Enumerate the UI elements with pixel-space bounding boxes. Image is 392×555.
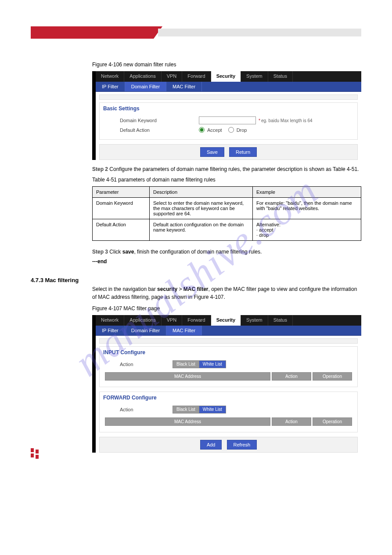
subtab-mac-filter[interactable]: MAC Filter bbox=[166, 82, 202, 91]
tab-forward-2[interactable]: Forward bbox=[182, 315, 211, 326]
tab-status-2[interactable]: Status bbox=[268, 315, 293, 326]
tab-security-2[interactable]: Security bbox=[211, 315, 241, 326]
router-ui-domain-filter: Network Applications VPN Forward Securit… bbox=[92, 71, 361, 160]
sub-tabs: IP Filter Domain Filter MAC Filter bbox=[96, 82, 361, 92]
forward-configure-title: FORWARD Configure bbox=[103, 395, 353, 401]
button-row-2: Add Refresh bbox=[99, 437, 358, 453]
tab-applications-2[interactable]: Applications bbox=[124, 315, 161, 326]
figure-107-caption: Figure 4-107 MAC filter page bbox=[92, 305, 361, 312]
main-tabs-2: Network Applications VPN Forward Securit… bbox=[96, 315, 361, 326]
forward-action-toggle: Black List White List bbox=[173, 406, 226, 414]
cell-param-1: Domain Keyword bbox=[93, 198, 150, 219]
input-configure-title: INPUT Configure bbox=[103, 349, 353, 355]
forward-action-label: Action bbox=[120, 407, 173, 412]
table-row: Domain Keyword Select to enter the domai… bbox=[93, 198, 361, 219]
subtab-ip-filter-2[interactable]: IP Filter bbox=[96, 326, 125, 335]
spacer-bar bbox=[99, 94, 358, 100]
router-ui-mac-filter: Network Applications VPN Forward Securit… bbox=[92, 315, 361, 453]
main-tabs: Network Applications VPN Forward Securit… bbox=[96, 71, 361, 82]
forward-configure-panel: FORWARD Configure Action Black List Whit… bbox=[99, 392, 358, 432]
forward-table-header: MAC Address Action Operation bbox=[105, 417, 352, 426]
cell-param-2: Default Action bbox=[93, 219, 150, 241]
th-description: Description bbox=[150, 187, 253, 198]
domain-keyword-label: Domain Keyword bbox=[120, 118, 199, 123]
th-example: Example bbox=[253, 187, 361, 198]
step3-text-c: , finish the configuration of domain nam… bbox=[134, 249, 262, 255]
basic-settings-title: Basic Settings bbox=[103, 105, 353, 112]
subtab-domain-filter-2[interactable]: Domain Filter bbox=[125, 326, 166, 335]
col-operation-2: Operation bbox=[313, 417, 352, 426]
step3-label: Step 3 bbox=[92, 249, 108, 255]
tab-status[interactable]: Status bbox=[268, 71, 293, 82]
default-action-label: Default Action bbox=[120, 127, 199, 133]
step3-text-a: Click bbox=[109, 249, 122, 255]
step3-save-bold: save bbox=[122, 249, 134, 255]
tab-forward[interactable]: Forward bbox=[182, 71, 211, 82]
col-operation: Operation bbox=[313, 372, 352, 381]
input-white-list-button[interactable]: White List bbox=[199, 361, 226, 368]
sec-mid: > bbox=[177, 286, 183, 292]
tab-network-2[interactable]: Network bbox=[96, 315, 124, 326]
step3: Step 3 Click save, finish the configurat… bbox=[92, 249, 361, 255]
col-mac-address: MAC Address bbox=[105, 372, 270, 381]
tab-system-2[interactable]: System bbox=[241, 315, 268, 326]
sec-bold-macfilter: MAC filter bbox=[183, 286, 209, 292]
step2-label: Step 2 bbox=[92, 166, 108, 172]
subtab-mac-filter-2[interactable]: MAC Filter bbox=[166, 326, 202, 335]
banner-red bbox=[31, 26, 154, 39]
required-star: * bbox=[259, 118, 260, 123]
figure-106-caption: Figure 4-106 new domain filter rules bbox=[92, 62, 361, 68]
radio-accept[interactable] bbox=[199, 127, 205, 133]
basic-settings-panel: Basic Settings Domain Keyword * eg. baid… bbox=[99, 102, 358, 140]
section-473-heading: 4.7.3 Mac filtering bbox=[31, 277, 361, 283]
vendor-logo-icon bbox=[31, 448, 39, 459]
col-mac-address-2: MAC Address bbox=[105, 417, 270, 426]
tab-vpn-2[interactable]: VPN bbox=[162, 315, 183, 326]
domain-keyword-hint: eg. baidu Max length is 64 bbox=[261, 118, 313, 123]
forward-white-list-button[interactable]: White List bbox=[199, 406, 226, 413]
end-marker: ---end bbox=[92, 258, 361, 265]
th-parameter: Parameter bbox=[93, 187, 150, 198]
cell-ex-2: Alternative: · accept · drop bbox=[253, 219, 361, 241]
tab-security[interactable]: Security bbox=[211, 71, 241, 82]
input-table-header: MAC Address Action Operation bbox=[105, 372, 352, 381]
radio-drop[interactable] bbox=[228, 127, 234, 133]
page-header bbox=[31, 26, 361, 40]
banner-gray bbox=[158, 29, 361, 36]
sub-tabs-2: IP Filter Domain Filter MAC Filter bbox=[96, 326, 361, 336]
subtab-domain-filter[interactable]: Domain Filter bbox=[125, 82, 166, 91]
add-button[interactable]: Add bbox=[200, 440, 222, 450]
col-action: Action bbox=[272, 372, 311, 381]
table-row: Default Action Default action configurat… bbox=[93, 219, 361, 241]
tab-vpn[interactable]: VPN bbox=[162, 71, 183, 82]
save-button[interactable]: Save bbox=[200, 147, 224, 157]
button-row-1: Save Return bbox=[99, 144, 358, 160]
cell-ex-1: For example: "baidu", then the domain na… bbox=[253, 198, 361, 219]
step2-text: Configure the parameters of domain name … bbox=[109, 166, 359, 172]
col-action-2: Action bbox=[272, 417, 311, 426]
radio-drop-label: Drop bbox=[237, 127, 247, 133]
tab-system[interactable]: System bbox=[241, 71, 268, 82]
tab-network[interactable]: Network bbox=[96, 71, 124, 82]
cell-desc-2: Default action configuration on the doma… bbox=[150, 219, 253, 241]
step2: Step 2 Configure the parameters of domai… bbox=[92, 166, 361, 172]
refresh-button[interactable]: Refresh bbox=[227, 440, 257, 450]
spacer-bar-2 bbox=[99, 338, 358, 344]
tab-applications[interactable]: Applications bbox=[124, 71, 161, 82]
radio-accept-label: Accept bbox=[207, 127, 222, 133]
table-451-caption: Table 4-51 parameters of domain name fil… bbox=[92, 177, 361, 183]
domain-keyword-input[interactable] bbox=[199, 116, 256, 124]
input-configure-panel: INPUT Configure Action Black List White … bbox=[99, 346, 358, 387]
sec-bold-security: security bbox=[157, 286, 177, 292]
forward-black-list-button[interactable]: Black List bbox=[173, 406, 199, 413]
return-button[interactable]: Return bbox=[229, 147, 257, 157]
input-action-toggle: Black List White List bbox=[173, 360, 226, 368]
subtab-ip-filter[interactable]: IP Filter bbox=[96, 82, 125, 91]
sec-intro: Select in the navigation bar bbox=[92, 286, 157, 292]
input-black-list-button[interactable]: Black List bbox=[173, 361, 199, 368]
cell-desc-1: Select to enter the domain name keyword,… bbox=[150, 198, 253, 219]
params-table: Parameter Description Example Domain Key… bbox=[92, 186, 361, 241]
input-action-label: Action bbox=[120, 362, 173, 367]
section-473-intro: Select in the navigation bar security > … bbox=[92, 285, 361, 301]
